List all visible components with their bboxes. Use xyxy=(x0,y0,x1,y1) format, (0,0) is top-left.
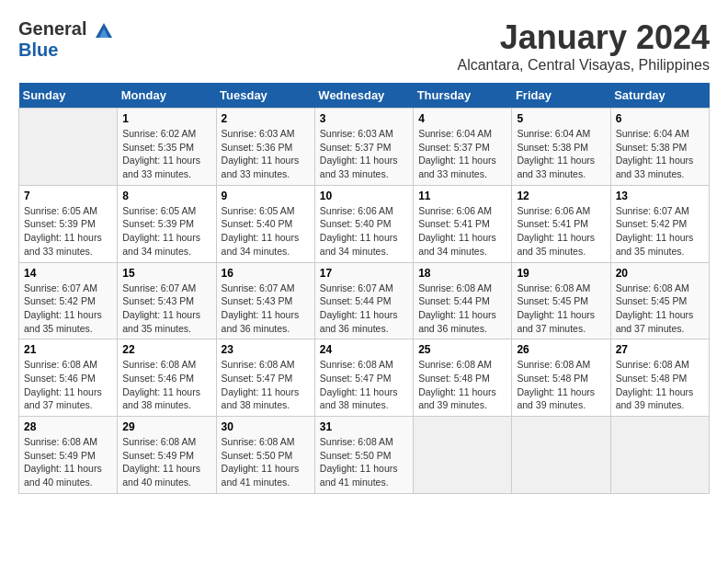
day-info: Sunrise: 6:07 AMSunset: 5:42 PMDaylight:… xyxy=(24,282,112,336)
day-info: Sunrise: 6:07 AMSunset: 5:44 PMDaylight:… xyxy=(320,282,408,336)
header: General Blue January 2024 Alcantara, Cen… xyxy=(18,18,710,74)
day-info: Sunrise: 6:05 AMSunset: 5:39 PMDaylight:… xyxy=(24,204,112,259)
calendar-cell: 5Sunrise: 6:04 AMSunset: 5:38 PMDaylight… xyxy=(512,109,610,186)
day-info: Sunrise: 6:04 AMSunset: 5:38 PMDaylight:… xyxy=(616,127,704,181)
day-number: 27 xyxy=(616,343,704,356)
calendar-table: SundayMondayTuesdayWednesdayThursdayFrid… xyxy=(18,83,710,494)
calendar-cell: 31Sunrise: 6:08 AMSunset: 5:50 PMDayligh… xyxy=(314,417,413,494)
day-number: 5 xyxy=(517,112,605,125)
calendar-cell: 11Sunrise: 6:06 AMSunset: 5:41 PMDayligh… xyxy=(414,185,512,262)
day-info: Sunrise: 6:08 AMSunset: 5:44 PMDaylight:… xyxy=(418,282,506,336)
day-info: Sunrise: 6:07 AMSunset: 5:43 PMDaylight:… xyxy=(122,282,210,336)
day-number: 20 xyxy=(616,267,704,280)
calendar-week-row: 21Sunrise: 6:08 AMSunset: 5:46 PMDayligh… xyxy=(19,339,710,417)
day-number: 16 xyxy=(222,267,310,280)
day-number: 18 xyxy=(418,267,506,280)
calendar-cell: 23Sunrise: 6:08 AMSunset: 5:47 PMDayligh… xyxy=(216,339,314,417)
calendar-cell xyxy=(19,109,118,186)
calendar-cell: 1Sunrise: 6:02 AMSunset: 5:35 PMDaylight… xyxy=(118,109,216,186)
calendar-cell: 17Sunrise: 6:07 AMSunset: 5:44 PMDayligh… xyxy=(314,262,413,339)
day-number: 23 xyxy=(222,343,310,356)
calendar-cell: 21Sunrise: 6:08 AMSunset: 5:46 PMDayligh… xyxy=(19,339,118,417)
day-number: 29 xyxy=(122,420,210,433)
calendar-cell: 13Sunrise: 6:07 AMSunset: 5:42 PMDayligh… xyxy=(610,185,709,262)
logo-icon xyxy=(94,21,114,40)
day-header-monday: Monday xyxy=(118,83,216,109)
day-number: 19 xyxy=(517,267,605,280)
calendar-week-row: 1Sunrise: 6:02 AMSunset: 5:35 PMDaylight… xyxy=(19,109,710,186)
calendar-cell: 18Sunrise: 6:08 AMSunset: 5:44 PMDayligh… xyxy=(414,262,512,339)
day-number: 17 xyxy=(320,267,408,280)
day-info: Sunrise: 6:06 AMSunset: 5:41 PMDaylight:… xyxy=(517,204,605,259)
location-title: Alcantara, Central Visayas, Philippines xyxy=(457,57,710,74)
day-number: 11 xyxy=(418,190,506,202)
day-number: 30 xyxy=(222,420,310,433)
day-number: 12 xyxy=(517,190,605,202)
day-number: 21 xyxy=(24,343,112,356)
day-info: Sunrise: 6:08 AMSunset: 5:46 PMDaylight:… xyxy=(122,358,210,412)
day-number: 22 xyxy=(122,343,210,356)
day-info: Sunrise: 6:04 AMSunset: 5:38 PMDaylight:… xyxy=(517,127,605,181)
calendar-cell xyxy=(610,417,709,494)
day-header-sunday: Sunday xyxy=(19,83,118,109)
day-number: 8 xyxy=(122,190,210,202)
day-info: Sunrise: 6:08 AMSunset: 5:48 PMDaylight:… xyxy=(517,358,605,412)
calendar-cell xyxy=(512,417,610,494)
day-header-wednesday: Wednesday xyxy=(314,83,413,109)
day-number: 25 xyxy=(418,343,506,356)
calendar-cell: 16Sunrise: 6:07 AMSunset: 5:43 PMDayligh… xyxy=(216,262,314,339)
day-info: Sunrise: 6:08 AMSunset: 5:45 PMDaylight:… xyxy=(616,282,704,336)
calendar-cell: 7Sunrise: 6:05 AMSunset: 5:39 PMDaylight… xyxy=(19,185,118,262)
calendar-cell: 24Sunrise: 6:08 AMSunset: 5:47 PMDayligh… xyxy=(314,339,413,417)
day-info: Sunrise: 6:08 AMSunset: 5:49 PMDaylight:… xyxy=(24,435,112,489)
calendar-cell xyxy=(414,417,512,494)
month-title: January 2024 xyxy=(457,18,710,57)
day-info: Sunrise: 6:03 AMSunset: 5:37 PMDaylight:… xyxy=(320,127,408,181)
calendar-cell: 2Sunrise: 6:03 AMSunset: 5:36 PMDaylight… xyxy=(216,109,314,186)
day-info: Sunrise: 6:07 AMSunset: 5:43 PMDaylight:… xyxy=(222,282,310,336)
calendar-cell: 15Sunrise: 6:07 AMSunset: 5:43 PMDayligh… xyxy=(118,262,216,339)
calendar-cell: 6Sunrise: 6:04 AMSunset: 5:38 PMDaylight… xyxy=(610,109,709,186)
logo-blue: Blue xyxy=(18,40,114,61)
calendar-week-row: 7Sunrise: 6:05 AMSunset: 5:39 PMDaylight… xyxy=(19,185,710,262)
logo-general: General xyxy=(18,18,86,39)
day-info: Sunrise: 6:08 AMSunset: 5:47 PMDaylight:… xyxy=(320,358,408,412)
calendar-cell: 28Sunrise: 6:08 AMSunset: 5:49 PMDayligh… xyxy=(19,417,118,494)
day-number: 13 xyxy=(616,190,704,202)
title-area: January 2024 Alcantara, Central Visayas,… xyxy=(457,18,710,74)
day-number: 14 xyxy=(24,267,112,280)
day-number: 28 xyxy=(24,420,112,433)
calendar-cell: 9Sunrise: 6:05 AMSunset: 5:40 PMDaylight… xyxy=(216,185,314,262)
calendar-week-row: 28Sunrise: 6:08 AMSunset: 5:49 PMDayligh… xyxy=(19,417,710,494)
day-info: Sunrise: 6:02 AMSunset: 5:35 PMDaylight:… xyxy=(122,127,210,181)
day-info: Sunrise: 6:08 AMSunset: 5:50 PMDaylight:… xyxy=(320,435,408,489)
calendar-week-row: 14Sunrise: 6:07 AMSunset: 5:42 PMDayligh… xyxy=(19,262,710,339)
day-number: 2 xyxy=(222,112,310,125)
calendar-cell: 19Sunrise: 6:08 AMSunset: 5:45 PMDayligh… xyxy=(512,262,610,339)
calendar-cell: 3Sunrise: 6:03 AMSunset: 5:37 PMDaylight… xyxy=(314,109,413,186)
day-number: 31 xyxy=(320,420,408,433)
day-info: Sunrise: 6:07 AMSunset: 5:42 PMDaylight:… xyxy=(616,204,704,259)
day-info: Sunrise: 6:06 AMSunset: 5:40 PMDaylight:… xyxy=(320,204,408,259)
day-info: Sunrise: 6:08 AMSunset: 5:47 PMDaylight:… xyxy=(222,358,310,412)
day-header-tuesday: Tuesday xyxy=(216,83,314,109)
calendar-cell: 30Sunrise: 6:08 AMSunset: 5:50 PMDayligh… xyxy=(216,417,314,494)
calendar-cell: 8Sunrise: 6:05 AMSunset: 5:39 PMDaylight… xyxy=(118,185,216,262)
day-number: 15 xyxy=(122,267,210,280)
calendar-body: 1Sunrise: 6:02 AMSunset: 5:35 PMDaylight… xyxy=(19,109,710,494)
calendar-cell: 27Sunrise: 6:08 AMSunset: 5:48 PMDayligh… xyxy=(610,339,709,417)
day-number: 10 xyxy=(320,190,408,202)
day-info: Sunrise: 6:05 AMSunset: 5:39 PMDaylight:… xyxy=(122,204,210,259)
calendar-cell: 29Sunrise: 6:08 AMSunset: 5:49 PMDayligh… xyxy=(118,417,216,494)
day-number: 4 xyxy=(418,112,506,125)
day-info: Sunrise: 6:04 AMSunset: 5:37 PMDaylight:… xyxy=(418,127,506,181)
calendar-cell: 12Sunrise: 6:06 AMSunset: 5:41 PMDayligh… xyxy=(512,185,610,262)
day-info: Sunrise: 6:08 AMSunset: 5:46 PMDaylight:… xyxy=(24,358,112,412)
day-number: 6 xyxy=(616,112,704,125)
day-info: Sunrise: 6:06 AMSunset: 5:41 PMDaylight:… xyxy=(418,204,506,259)
day-info: Sunrise: 6:08 AMSunset: 5:50 PMDaylight:… xyxy=(222,435,310,489)
day-header-saturday: Saturday xyxy=(610,83,709,109)
calendar-cell: 25Sunrise: 6:08 AMSunset: 5:48 PMDayligh… xyxy=(414,339,512,417)
day-info: Sunrise: 6:05 AMSunset: 5:40 PMDaylight:… xyxy=(222,204,310,259)
day-number: 9 xyxy=(222,190,310,202)
